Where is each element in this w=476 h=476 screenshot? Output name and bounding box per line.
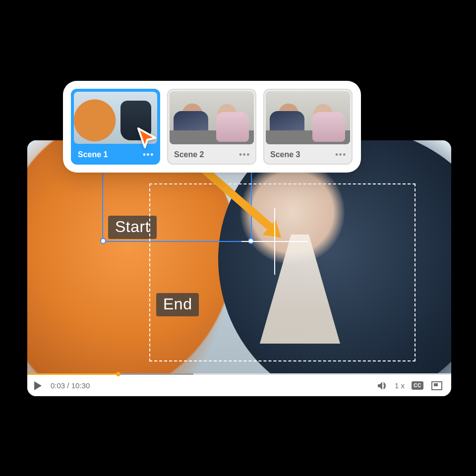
scene-card-2[interactable]: Scene 2 ••• [167, 89, 256, 165]
volume-button[interactable] [377, 381, 388, 391]
scene-card-1[interactable]: Scene 1 ••• [71, 89, 160, 165]
volume-icon [377, 381, 388, 391]
resize-handle-bottom-left[interactable] [100, 238, 106, 244]
scene-more-button[interactable]: ••• [335, 150, 347, 159]
player-controls: 0:03 / 10:30 1 x CC [27, 373, 451, 396]
scene-thumbnail-2 [168, 90, 255, 146]
video-frame[interactable]: Start End [27, 140, 451, 375]
time-display: 0:03 / 10:30 [51, 381, 90, 390]
scene-card-3[interactable]: Scene 3 ••• [263, 89, 353, 165]
fullscreen-button[interactable] [431, 381, 442, 390]
crosshair-vertical [274, 208, 275, 275]
scene-label: Scene 1 [78, 150, 108, 159]
play-button[interactable] [34, 381, 42, 390]
play-icon [34, 381, 42, 390]
scene-more-button[interactable]: ••• [239, 150, 250, 159]
canvas: Start End 0:03 / 10:30 [0, 0, 476, 476]
scene-label: Scene 3 [270, 150, 300, 159]
scene-thumbnail-1 [72, 90, 159, 146]
video-player: Start End 0:03 / 10:30 [27, 140, 451, 396]
end-label: End [156, 293, 199, 316]
pan-zoom-end-region[interactable] [149, 183, 416, 361]
scene-picker-panel: Scene 1 ••• Scene 2 ••• Scene [63, 81, 361, 173]
scene-more-button[interactable]: ••• [143, 150, 154, 159]
closed-captions-button[interactable]: CC [412, 381, 423, 390]
playback-speed-button[interactable]: 1 x [395, 381, 405, 390]
scene-label: Scene 2 [174, 150, 204, 159]
scene-thumbnail-3 [264, 90, 352, 146]
